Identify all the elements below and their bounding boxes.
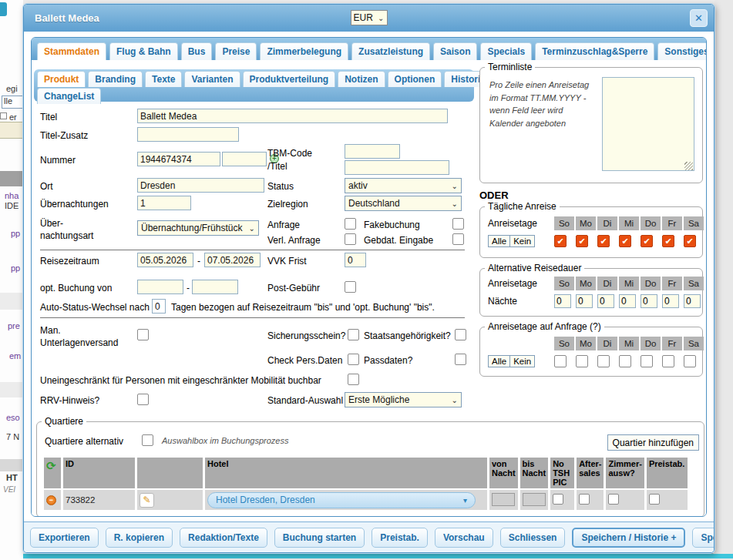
anreisetag-di-checkbox[interactable]: ✔ [597,235,610,247]
man-unterlagen-label-2: Unterlagenversand [40,337,118,348]
passdaten-checkbox[interactable] [455,354,466,365]
aftersales-checkbox[interactable] [579,494,590,505]
staatsangehoerigkeit-checkbox[interactable] [455,329,466,340]
fakebuchung-checkbox[interactable] [452,218,464,230]
nummer-input-2[interactable] [222,152,267,166]
tab-bus[interactable]: Bus [181,42,213,60]
anfrage-sa-checkbox[interactable] [684,355,696,367]
tab-terminzuschlag[interactable]: Terminzuschlag&Sperre [535,42,654,60]
naechte-do-input[interactable] [641,294,657,308]
refresh-icon[interactable]: ⟳ [46,459,56,473]
naechte-so-input[interactable] [554,294,571,308]
gebdat-checkbox[interactable] [452,233,464,245]
remove-quartier-icon[interactable]: − [46,495,56,505]
anreisetag-fr-checkbox[interactable]: ✔ [662,235,674,247]
post-gebuehr-checkbox[interactable] [345,281,356,293]
exportieren-button[interactable]: Exportieren [30,528,99,548]
tab-optionen[interactable]: Optionen [388,71,442,87]
anreisetag-so-checkbox[interactable]: ✔ [554,235,567,247]
anfrage-di-checkbox[interactable] [597,355,610,367]
auto-status-input[interactable] [152,299,166,314]
tab-zusatzleistung[interactable]: Zusatzleistung [351,42,430,60]
check-pers-checkbox[interactable] [348,354,359,365]
anreisetag-do-checkbox[interactable]: ✔ [641,235,653,247]
vvk-frist-input[interactable] [345,253,366,267]
tab-produkt[interactable]: Produkt [37,71,86,87]
alle-button[interactable]: Alle [488,355,510,367]
zimmerausw-checkbox[interactable] [608,494,619,505]
zielregion-select[interactable]: Deutschland ⌄ [345,196,462,211]
tbm-code-input[interactable] [345,144,400,159]
uebernachtungen-input[interactable] [137,196,191,210]
tab-varianten[interactable]: Varianten [184,71,240,87]
redaktion-texte-button[interactable]: Redaktion/Texte [180,528,267,548]
close-button[interactable]: ✕ [690,9,708,27]
hotel-select[interactable]: Hotel Dresden, Dresden ▾ [207,492,476,508]
tab-saison[interactable]: Saison [433,42,477,60]
kein-button[interactable]: Kein [510,355,535,367]
tab-specials[interactable]: Specials [480,42,532,60]
tab-texte[interactable]: Texte [145,71,182,87]
rrv-hinweis-checkbox[interactable] [137,394,149,405]
reisezeitraum-von-input[interactable] [137,253,193,267]
schliessen-button[interactable]: Schliessen [500,528,566,548]
quartiere-alternativ-checkbox[interactable] [142,434,153,446]
naechte-di-input[interactable] [597,294,614,308]
quartier-hinzufuegen-button[interactable]: Quartier hinzufügen [607,434,699,451]
opt-buchung-von-input[interactable] [137,280,183,294]
anfrage-checkbox[interactable] [345,218,356,230]
ort-input[interactable] [137,178,264,193]
naechte-mo-input[interactable] [576,294,593,308]
mobilitaet-checkbox[interactable] [348,374,359,385]
nummer-input[interactable] [137,152,220,166]
anfrage-fr-checkbox[interactable] [662,355,674,367]
anfrage-mo-checkbox[interactable] [576,355,588,367]
sicherungsschein-checkbox[interactable] [348,329,359,340]
tab-notizen[interactable]: Notizen [338,71,385,87]
man-unterlagen-checkbox[interactable] [137,329,149,340]
tab-zimmerbelegung[interactable]: Zimmerbelegung [260,42,348,60]
tab-preise[interactable]: Preise [215,42,257,60]
status-select[interactable]: aktiv ⌄ [345,178,462,193]
standard-auswahl-select[interactable]: Erste Mögliche ⌄ [345,392,462,407]
reisezeitraum-bis-input[interactable] [204,253,261,267]
tab-produktverteilung[interactable]: Produktverteilung [243,71,336,87]
buchung-starten-button[interactable]: Buchung starten [274,528,365,548]
preistab-button[interactable]: Preistab. [372,528,428,548]
titel-input[interactable] [137,109,448,123]
tab-branding[interactable]: Branding [88,71,143,87]
status-value: aktiv [348,180,368,191]
terminliste-textarea[interactable] [602,77,694,171]
naechte-mi-input[interactable] [619,294,636,308]
r-kopieren-button[interactable]: R. kopieren [106,528,173,548]
edit-quartier-icon[interactable]: ✎ [140,493,154,508]
currency-select[interactable]: EUR ⌄ [351,10,388,25]
anreisetag-mi-checkbox[interactable]: ✔ [619,235,631,247]
tab-changelist[interactable]: ChangeList [37,88,101,104]
anfrage-so-checkbox[interactable] [554,355,567,367]
naechte-fr-input[interactable] [662,294,679,308]
anreisetag-sa-checkbox[interactable]: ✔ [684,235,696,247]
naechte-sa-input[interactable] [684,294,701,308]
anfrage-mi-checkbox[interactable] [619,355,631,367]
verl-anfrage-checkbox[interactable] [345,233,356,245]
uebernachtungsart-select[interactable]: Übernachtung/Frühstück ⌄ [137,220,259,236]
anreisetag-mo-checkbox[interactable]: ✔ [576,235,588,247]
speichern-schliessen-button[interactable]: Speichern&Schließen [692,528,715,548]
kein-button[interactable]: Kein [510,235,535,247]
vorschau-button[interactable]: Vorschau [435,528,493,548]
speichern-historie-button[interactable]: Speichern / Historie + [572,528,685,548]
opt-buchung-bis-input[interactable] [192,280,238,294]
tbm-titel-input[interactable] [345,160,449,175]
anfrage-do-checkbox[interactable] [641,355,653,367]
no-tsh-pic-checkbox[interactable] [553,494,563,505]
day-header-di: Di [597,216,617,230]
tab-flug-bahn[interactable]: Flug & Bahn [109,42,178,60]
preistab-checkbox[interactable] [649,494,660,505]
titel-zusatz-input[interactable] [137,127,239,142]
tab-sonstiges[interactable]: Sonstiges [657,42,707,60]
resize-grip-icon[interactable] [684,162,693,170]
tab-stammdaten[interactable]: Stammdaten [37,42,106,60]
day-header-fr: Fr [662,337,682,350]
alle-button[interactable]: Alle [488,235,510,247]
